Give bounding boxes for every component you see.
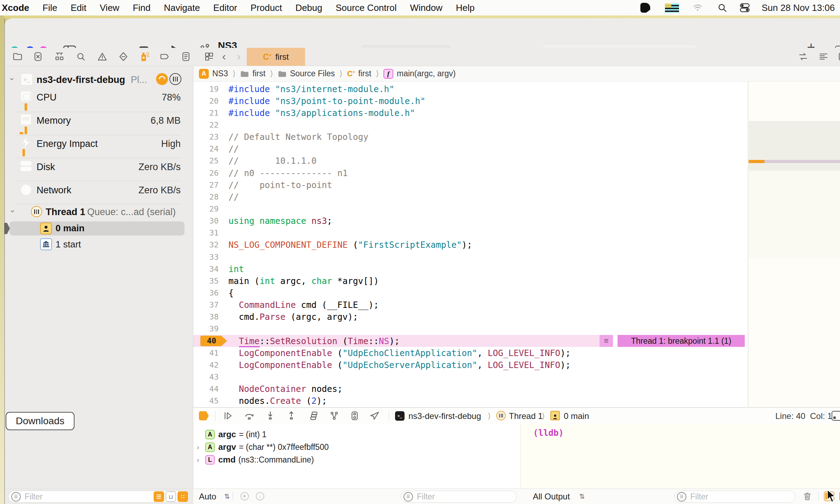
- line-number[interactable]: 27: [193, 181, 219, 189]
- metric-label-cpu[interactable]: CPU: [37, 92, 57, 103]
- code-text[interactable]: NodeContainer nodes;: [228, 384, 343, 394]
- step-out-icon[interactable]: [286, 411, 297, 422]
- menu-view[interactable]: View: [93, 2, 126, 13]
- view-hierarchy-toggle-icon[interactable]: ⊔: [166, 491, 176, 502]
- jumpbar-symbol[interactable]: main(argc, argv): [397, 69, 455, 78]
- line-number[interactable]: 34: [193, 265, 219, 273]
- line-number[interactable]: 24: [193, 144, 219, 153]
- thread-label[interactable]: Thread 1: [46, 207, 85, 218]
- disclosure-chevron[interactable]: ›: [197, 443, 205, 451]
- code-line[interactable]: 27// point-to-point: [193, 179, 748, 191]
- menu-file[interactable]: File: [36, 2, 64, 13]
- downloads-button[interactable]: Downloads: [6, 412, 75, 430]
- process-disclosure-chevron[interactable]: ›: [7, 78, 17, 80]
- metric-label-disk[interactable]: Disk: [37, 162, 55, 173]
- line-number[interactable]: 23: [193, 133, 219, 141]
- tab-first[interactable]: C+ first: [247, 48, 305, 66]
- line-number[interactable]: 28: [193, 193, 219, 201]
- console-filter-field[interactable]: ☰: [674, 491, 795, 503]
- line-number[interactable]: 26: [193, 169, 219, 177]
- line-number[interactable]: 19: [193, 85, 219, 93]
- editor-only-layout-icon[interactable]: [832, 411, 840, 421]
- line-number[interactable]: 21: [193, 109, 219, 117]
- sidebar-filter-field[interactable]: ☰ ☰ ⊔ ∷: [8, 491, 189, 503]
- disclosure-chevron[interactable]: ›: [197, 456, 205, 464]
- process-name[interactable]: ns3-dev-first-debug: [37, 75, 125, 85]
- variables-view[interactable]: A argc = (int) 1 › A argv = (char **) 0x…: [193, 424, 520, 489]
- variable-row[interactable]: › L cmd (ns3::CommandLine): [193, 453, 520, 466]
- menu-help[interactable]: Help: [449, 2, 481, 13]
- code-line[interactable]: 42 LogComponentEnable ("UdpEchoServerApp…: [193, 359, 748, 371]
- code-text[interactable]: cmd.Parse (argc, argv);: [228, 312, 358, 322]
- thread-disclosure-chevron[interactable]: ›: [8, 210, 17, 212]
- debug-frame-label[interactable]: 0 main: [564, 411, 589, 421]
- code-text[interactable]: // n0 -------------- n1: [228, 168, 348, 178]
- line-number[interactable]: 25: [193, 156, 219, 165]
- console-output-popup[interactable]: All Output: [533, 492, 570, 502]
- frame-1-label[interactable]: 1 start: [56, 239, 81, 250]
- code-line[interactable]: 26// n0 -------------- n1: [193, 167, 748, 179]
- metric-label-energy[interactable]: Energy Impact: [37, 138, 98, 149]
- debug-view-hierarchy-icon[interactable]: [329, 411, 340, 422]
- adjust-editor-options-icon[interactable]: [818, 51, 829, 63]
- menu-debug[interactable]: Debug: [289, 2, 329, 13]
- code-line[interactable]: 36{: [193, 287, 748, 299]
- code-text[interactable]: #include "ns3/point-to-point-module.h": [228, 96, 426, 106]
- variable-row[interactable]: A argc = (int) 1: [193, 428, 520, 441]
- jumpbar-group1[interactable]: first: [252, 69, 265, 78]
- line-number[interactable]: 41: [193, 349, 219, 357]
- code-line[interactable]: 25// 10.1.1.0: [193, 155, 748, 167]
- code-review-icon[interactable]: [798, 51, 808, 63]
- test-navigator-icon[interactable]: [118, 51, 129, 63]
- line-number[interactable]: 44: [193, 385, 219, 393]
- code-text[interactable]: LogComponentEnable ("UdpEchoServerApplic…: [228, 360, 571, 370]
- code-line[interactable]: 39: [193, 323, 748, 335]
- menu-find[interactable]: Find: [126, 2, 157, 13]
- line-number[interactable]: 45: [193, 396, 219, 405]
- variable-row[interactable]: › A argv = (char **) 0x7ffeefbff500: [193, 441, 520, 453]
- back-chevron-icon[interactable]: ‹: [222, 50, 226, 63]
- memory-graph-icon[interactable]: [349, 411, 360, 422]
- code-line[interactable]: 28//: [193, 191, 748, 203]
- code-text[interactable]: // 10.1.1.0: [228, 156, 317, 166]
- add-editor-icon[interactable]: [838, 51, 840, 63]
- variables-scope-popup[interactable]: Auto: [199, 492, 216, 502]
- stack-frame-row-selected[interactable]: [9, 221, 185, 235]
- metric-label-memory[interactable]: Memory: [37, 115, 71, 126]
- code-text[interactable]: NS_LOG_COMPONENT_DEFINE ("FirstScriptExa…: [228, 240, 472, 250]
- code-line[interactable]: 21#include "ns3/applications-module.h": [193, 107, 748, 119]
- menu-product[interactable]: Product: [244, 2, 289, 13]
- code-line[interactable]: 40 Time::SetResolution (Time::NS);≡Threa…: [193, 335, 748, 347]
- code-text[interactable]: //: [228, 144, 239, 154]
- line-number[interactable]: 29: [193, 205, 219, 213]
- forward-chevron-icon[interactable]: ›: [237, 50, 241, 63]
- code-text[interactable]: Time::SetResolution (Time::NS);: [228, 336, 400, 346]
- line-number[interactable]: 42: [193, 361, 219, 369]
- code-line[interactable]: 33: [193, 251, 748, 263]
- metric-label-network[interactable]: Network: [37, 185, 71, 196]
- keyboard-layout-flag-icon[interactable]: [665, 4, 679, 13]
- breakpoint-annotation[interactable]: Thread 1: breakpoint 1.1 (1): [618, 335, 745, 347]
- stack-frames-icon[interactable]: [309, 411, 319, 422]
- menu-window[interactable]: Window: [403, 2, 449, 13]
- breakpoints-toggle-icon[interactable]: [199, 411, 209, 420]
- menu-apple-app[interactable]: Xcode: [0, 2, 36, 13]
- code-line[interactable]: 41 LogComponentEnable ("UdpEchoClientApp…: [193, 347, 748, 359]
- code-line[interactable]: 20#include "ns3/point-to-point-module.h": [193, 95, 748, 107]
- code-line[interactable]: 29: [193, 203, 748, 215]
- report-navigator-icon[interactable]: [181, 51, 191, 63]
- code-text[interactable]: LogComponentEnable ("UdpEchoClientApplic…: [228, 348, 571, 358]
- code-line[interactable]: 35main (int argc, char *argv[]): [193, 275, 748, 287]
- source-editor[interactable]: 19#include "ns3/internet-module.h"20#inc…: [193, 82, 748, 407]
- step-over-icon[interactable]: [244, 411, 254, 422]
- line-number[interactable]: 31: [193, 228, 219, 237]
- line-number[interactable]: 37: [193, 301, 219, 309]
- thread-view-mode-icon[interactable]: [169, 73, 181, 85]
- code-line[interactable]: 19#include "ns3/internet-module.h": [193, 83, 748, 95]
- sidebar-filter-input[interactable]: [24, 492, 113, 502]
- frame-0-label[interactable]: 0 main: [56, 223, 84, 234]
- debug-thread-label[interactable]: Thread 1: [509, 411, 543, 421]
- code-text[interactable]: using namespace ns3;: [228, 216, 332, 226]
- related-items-icon[interactable]: [204, 51, 214, 63]
- jumpbar-group2[interactable]: Source Files: [290, 69, 335, 78]
